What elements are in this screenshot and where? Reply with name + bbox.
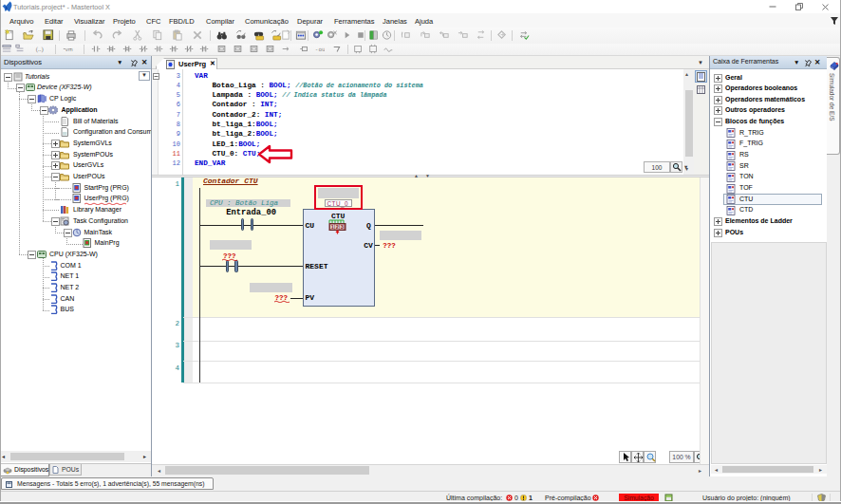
- svg-text:-out: -out: [315, 47, 325, 52]
- svg-text:vm: vm: [65, 47, 73, 52]
- svg-text:1: 1: [331, 224, 334, 230]
- svg-text:2: 2: [336, 224, 339, 230]
- svg-text:3: 3: [341, 224, 344, 230]
- svg-text:(..): (..): [36, 46, 44, 53]
